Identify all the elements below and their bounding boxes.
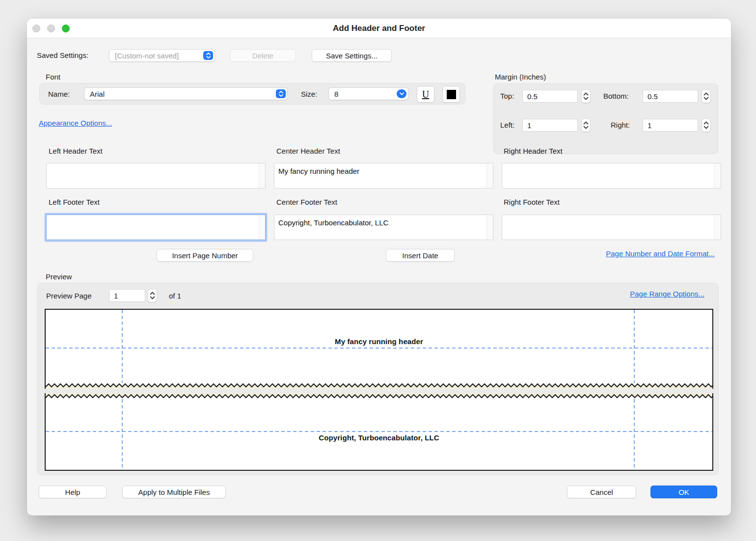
margin-guides xyxy=(46,310,712,383)
left-footer-label: Left Footer Text xyxy=(49,197,100,207)
left-footer-field xyxy=(46,215,266,240)
preview-page-input[interactable] xyxy=(109,289,145,302)
preview-group: Preview Page of 1 Page Range Options... … xyxy=(37,283,719,475)
center-footer-label: Center Footer Text xyxy=(276,197,337,207)
scrollbar-track xyxy=(714,163,721,188)
margin-right-input[interactable] xyxy=(643,119,698,132)
appearance-options-link[interactable]: Appearance Options... xyxy=(39,119,112,127)
insert-page-number-button[interactable]: Insert Page Number xyxy=(157,249,253,262)
underline-button[interactable]: U xyxy=(417,86,434,103)
apply-to-multiple-files-button[interactable]: Apply to Multiple Files xyxy=(122,486,226,498)
preview-group-label: Preview xyxy=(46,272,72,282)
center-header-textarea[interactable]: My fancy running header xyxy=(274,163,486,188)
margin-right-stepper[interactable] xyxy=(702,118,711,132)
zoom-button[interactable] xyxy=(62,25,70,32)
chevron-up-down-icon xyxy=(203,51,213,60)
right-header-textarea[interactable] xyxy=(502,163,714,188)
margin-group: Top: Bottom: Left: Right: xyxy=(493,83,718,154)
center-header-field: My fancy running header xyxy=(274,163,493,189)
chevron-down-icon xyxy=(397,89,406,98)
scrollbar-track xyxy=(259,163,265,188)
save-settings-button[interactable]: Save Settings... xyxy=(312,49,392,62)
cancel-button[interactable]: Cancel xyxy=(567,486,636,498)
left-footer-textarea[interactable] xyxy=(47,215,259,240)
saved-settings-label: Saved Settings: xyxy=(37,51,88,60)
preview-page-bottom-half: Copyright, Turboencabulator, LLC xyxy=(45,393,713,471)
minimize-button[interactable] xyxy=(47,25,55,32)
chevron-up-down-icon xyxy=(276,89,286,98)
saved-settings-value: [Custom-not saved] xyxy=(115,52,179,60)
right-footer-field xyxy=(502,215,721,240)
center-footer-textarea[interactable]: Copyright, Turboencabulator, LLC xyxy=(274,215,486,240)
margin-left-stepper[interactable] xyxy=(581,118,591,132)
margin-left-label: Left: xyxy=(500,120,514,130)
left-header-label: Left Header Text xyxy=(49,146,103,156)
delete-button[interactable]: Delete xyxy=(230,49,296,62)
saved-settings-popup[interactable]: [Custom-not saved] xyxy=(109,49,215,62)
center-header-label: Center Header Text xyxy=(276,146,340,156)
stepper-up-icon xyxy=(150,292,155,295)
margin-left-input[interactable] xyxy=(522,119,578,132)
margin-top-label: Top: xyxy=(500,91,514,101)
page-range-options-link[interactable]: Page Range Options... xyxy=(630,290,704,298)
close-button[interactable] xyxy=(32,25,40,32)
preview-page-total: of 1 xyxy=(169,291,181,301)
ok-button[interactable]: OK xyxy=(650,486,717,498)
stepper-up-icon xyxy=(583,92,589,96)
torn-edge xyxy=(46,393,712,399)
scrollbar-track xyxy=(486,163,493,188)
font-name-label: Name: xyxy=(48,89,70,99)
center-footer-field: Copyright, Turboencabulator, LLC xyxy=(274,215,493,240)
titlebar: Add Header and Footer xyxy=(27,19,731,38)
font-size-label: Size: xyxy=(301,89,317,99)
scrollbar-track xyxy=(259,215,265,240)
right-header-label: Right Header Text xyxy=(504,146,563,156)
help-button[interactable]: Help xyxy=(39,486,107,498)
preview-footer-text: Copyright, Turboencabulator, LLC xyxy=(46,433,712,442)
font-size-value: 8 xyxy=(334,90,338,98)
underline-icon: U xyxy=(422,89,429,100)
font-name-value: Arial xyxy=(90,90,105,98)
font-group: Name: Arial Size: 8 U xyxy=(39,83,465,105)
page-number-date-format-link[interactable]: Page Number and Date Format... xyxy=(606,249,715,258)
font-group-label: Font xyxy=(46,72,60,82)
stepper-up-icon xyxy=(703,92,709,96)
preview-page-top-half: My fancy running header xyxy=(45,309,713,389)
dialog-title: Add Header and Footer xyxy=(333,24,425,33)
traffic-lights xyxy=(32,25,70,32)
insert-date-button[interactable]: Insert Date xyxy=(386,249,455,262)
right-header-field xyxy=(502,163,721,189)
stepper-down-icon xyxy=(703,126,709,129)
color-swatch-icon xyxy=(447,90,456,99)
scrollbar-track xyxy=(486,215,493,240)
right-footer-label: Right Footer Text xyxy=(504,197,560,207)
preview-page-stepper[interactable] xyxy=(148,289,157,302)
stepper-down-icon xyxy=(150,296,155,299)
preview-header-text: My fancy running header xyxy=(46,337,712,346)
font-size-combo[interactable]: 8 xyxy=(328,87,408,100)
margin-top-stepper[interactable] xyxy=(581,89,591,103)
torn-edge xyxy=(46,383,712,389)
margin-top-input[interactable] xyxy=(522,90,578,103)
stepper-up-icon xyxy=(703,121,709,125)
preview-page-label: Preview Page xyxy=(46,291,92,301)
right-footer-textarea[interactable] xyxy=(502,215,714,240)
stepper-down-icon xyxy=(583,126,589,129)
left-header-textarea[interactable] xyxy=(47,163,259,188)
font-name-popup[interactable]: Arial xyxy=(84,87,288,100)
margin-bottom-label: Bottom: xyxy=(603,91,629,101)
margin-right-label: Right: xyxy=(611,120,630,130)
add-header-footer-dialog: Add Header and Footer Saved Settings: [C… xyxy=(27,19,731,515)
stepper-down-icon xyxy=(703,97,709,100)
margin-bottom-input[interactable] xyxy=(643,90,698,103)
stepper-up-icon xyxy=(583,121,589,125)
margin-bottom-stepper[interactable] xyxy=(702,89,711,103)
left-header-field xyxy=(46,163,266,189)
margin-group-label: Margin (Inches) xyxy=(495,72,546,82)
stepper-down-icon xyxy=(583,97,589,100)
font-color-button[interactable] xyxy=(442,86,460,103)
scrollbar-track xyxy=(714,215,721,240)
